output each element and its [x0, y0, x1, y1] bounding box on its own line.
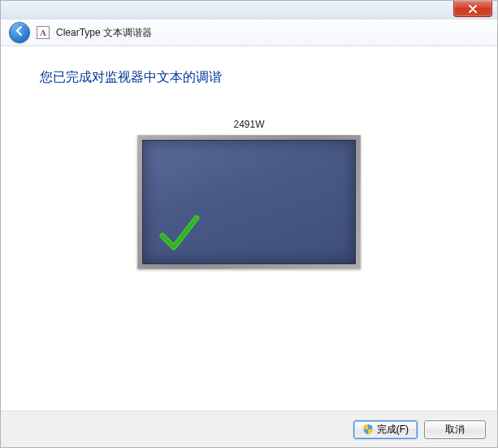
window-titlebar: [1, 1, 497, 20]
cancel-button[interactable]: 取消: [424, 420, 486, 439]
close-icon: [468, 2, 478, 16]
checkmark-icon: [158, 211, 201, 255]
monitor-graphic: [137, 135, 361, 269]
cancel-button-label: 取消: [445, 423, 465, 437]
shield-icon: [362, 424, 374, 435]
wizard-header: A ClearType 文本调谐器: [1, 20, 497, 46]
finish-button[interactable]: 完成(F): [353, 420, 418, 439]
app-title: ClearType 文本调谐器: [56, 26, 152, 40]
monitor-bezel: [137, 135, 361, 269]
monitor-preview-area: 2491W: [40, 119, 458, 269]
back-button[interactable]: [9, 22, 30, 43]
back-arrow-icon: [14, 25, 25, 40]
app-icon: A: [37, 26, 50, 39]
wizard-window: A ClearType 文本调谐器 您已完成对监视器中文本的调谐 2491W: [0, 0, 498, 448]
wizard-content: 您已完成对监视器中文本的调谐 2491W: [1, 46, 497, 411]
wizard-footer: 完成(F) 取消: [1, 411, 497, 447]
monitor-name-label: 2491W: [233, 119, 264, 130]
page-heading: 您已完成对监视器中文本的调谐: [40, 69, 458, 86]
finish-button-label: 完成(F): [377, 423, 409, 437]
monitor-screen: [142, 140, 356, 264]
close-button[interactable]: [453, 1, 492, 17]
